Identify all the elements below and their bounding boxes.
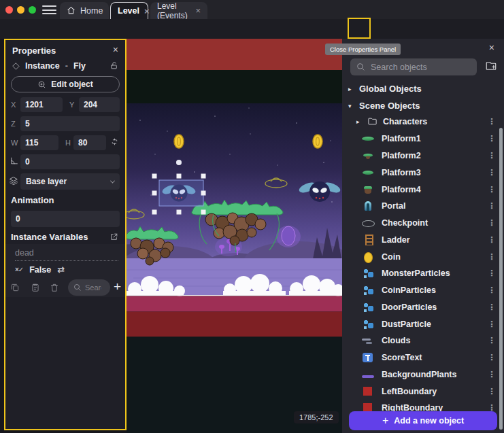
object-list-item[interactable]: CoinParticles ⋮ [342,282,504,299]
close-window-button[interactable] [5,6,13,14]
chevron-right-icon[interactable]: ▸ [356,118,362,125]
tab-home[interactable]: Home [60,2,109,19]
kebab-menu-icon[interactable]: ⋮ [488,285,496,295]
close-properties-icon[interactable]: × [113,44,118,55]
boundary-band-red[interactable] [127,312,342,337]
swap-values-icon[interactable]: ⇄ [57,264,65,275]
boundary-band-crimson[interactable] [127,296,342,312]
objects-list: Platform1 ⋮ Platform2 ⋮ Platform3 ⋮ Plat… [342,131,504,433]
layer-select[interactable]: Base layer [20,173,120,190]
kebab-menu-icon[interactable]: ⋮ [488,134,496,143]
instance-variables-title: Instance Variables [11,232,88,242]
variable-value: False [29,265,51,275]
object-list-item[interactable]: Portal ⋮ [342,198,504,215]
maximize-window-button[interactable] [29,6,36,14]
group-global-objects[interactable]: ▸ Global Objects [342,80,504,97]
object-list-item[interactable]: Clouds ⋮ [342,332,504,349]
y-input[interactable] [79,97,120,112]
checkpoint-thumbnail [361,218,375,228]
kebab-menu-icon[interactable]: ⋮ [488,336,496,345]
kebab-menu-icon[interactable]: ⋮ [488,151,496,160]
close-tab-icon[interactable]: × [144,7,150,16]
tab-level[interactable]: Level × [110,2,148,19]
separator: - [65,61,68,71]
particles-thumbnail [361,268,375,279]
properties-panel-highlight: Properties × Instance - Fly Edit object … [4,39,127,430]
object-list-item[interactable]: Platform4 ⋮ [342,181,504,198]
top-boundary[interactable] [127,39,342,70]
add-variable-icon[interactable]: + [114,279,121,294]
coin-instance[interactable] [313,135,322,148]
unlock-icon[interactable] [110,60,118,73]
variables-search-input[interactable] [85,283,101,292]
platform4-thumbnail [361,184,375,195]
plants-thumbnail [361,369,375,380]
kebab-menu-icon[interactable]: ⋮ [488,168,496,177]
search-objects-input[interactable] [371,63,471,72]
kebab-menu-icon[interactable]: ⋮ [488,370,496,379]
copy-icon[interactable] [8,281,22,294]
chevron-right-icon[interactable]: ▸ [348,86,354,92]
kebab-menu-icon[interactable]: ⋮ [488,185,496,194]
variable-name[interactable]: dead [15,248,118,261]
object-list-item[interactable]: DustParticle ⋮ [342,315,504,332]
object-list-item[interactable]: Coin ⋮ [342,248,504,265]
close-tab-icon[interactable]: × [195,6,201,15]
object-list-item[interactable]: Platform3 ⋮ [342,164,504,181]
variable-value-row[interactable]: ×✓ False ⇄ [15,264,65,275]
variables-search-box[interactable] [68,279,110,296]
kebab-menu-icon[interactable]: ⋮ [488,269,496,278]
objects-list-scrollbar[interactable] [499,128,503,430]
object-list-item[interactable]: DoorParticles ⋮ [342,299,504,316]
edit-object-button[interactable]: Edit object [11,76,120,92]
minimize-window-button[interactable] [17,6,24,14]
open-variables-editor-icon[interactable] [110,232,118,241]
animation-input[interactable] [11,211,120,227]
object-list-item[interactable]: BackgroundPlants ⋮ [342,366,504,383]
w-input[interactable] [20,135,58,150]
close-objects-panel-icon[interactable]: × [489,42,494,53]
kebab-menu-icon[interactable]: ⋮ [488,319,496,329]
tab-level-events[interactable]: Level (Events) × [150,2,207,19]
object-list-item[interactable]: Ladder ⋮ [342,232,504,249]
chevron-down-icon[interactable]: ▾ [348,103,354,109]
h-input[interactable] [73,135,106,150]
object-list-item[interactable]: LeftBoundary ⋮ [342,383,504,400]
kebab-menu-icon[interactable]: ⋮ [488,117,496,126]
group-scene-objects[interactable]: ▾ Scene Objects [342,97,504,114]
coin-instance[interactable] [174,135,184,148]
kebab-menu-icon[interactable]: ⋮ [488,252,496,262]
ladder-thumbnail [361,235,375,245]
search-objects-box[interactable] [350,58,477,75]
z-input[interactable] [20,116,120,131]
aspect-ratio-lock-icon[interactable] [110,137,119,146]
folder-characters[interactable]: ▸ Characters ⋮ [342,113,504,130]
object-list-item[interactable]: MonsterParticles ⋮ [342,265,504,282]
object-list-item[interactable]: ScoreText ⋮ [342,349,504,366]
kebab-menu-icon[interactable]: ⋮ [488,218,496,228]
title-bar: Home Level × Level (Events) × [0,0,504,19]
object-list-item[interactable]: Platform1 ⋮ [342,131,504,148]
kebab-menu-icon[interactable]: ⋮ [488,387,496,396]
object-name: Ladder [382,235,410,245]
paste-icon[interactable] [29,281,42,294]
kebab-menu-icon[interactable]: ⋮ [488,302,496,312]
kebab-menu-icon[interactable]: ⋮ [488,235,496,245]
object-list-item[interactable]: Platform2 ⋮ [342,148,504,164]
main-menu-icon[interactable] [42,5,56,14]
kebab-menu-icon[interactable]: ⋮ [488,353,496,362]
object-list-item[interactable]: Checkpoint ⋮ [342,215,504,232]
scene-canvas[interactable]: 1785;-252 [127,39,342,433]
app-window: Home Level × Level (Events) × Preview [0,0,504,433]
add-new-object-button[interactable]: + Add a new object [349,411,497,430]
x-input[interactable] [20,97,63,112]
selection-box[interactable] [159,180,203,206]
scene-artwork [127,39,342,433]
kebab-menu-icon[interactable]: ⋮ [488,201,496,211]
particle-dot[interactable] [176,160,182,165]
angle-input[interactable] [20,154,120,169]
instance-header: Instance - Fly [12,61,86,71]
y-label: Y [69,101,74,109]
trash-icon[interactable] [48,281,61,294]
add-folder-icon[interactable] [485,60,497,75]
